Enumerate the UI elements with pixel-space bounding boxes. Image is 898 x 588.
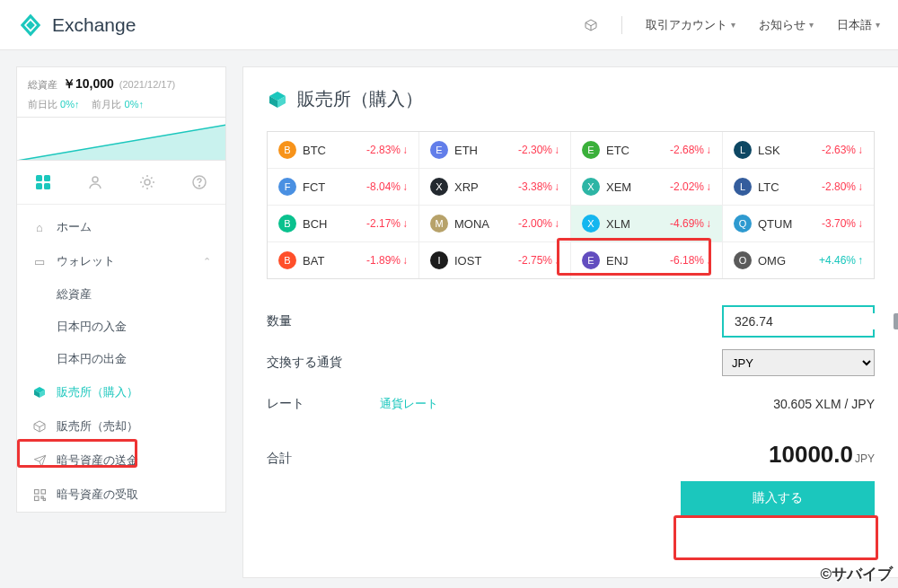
total-value: 10000.0 — [769, 441, 853, 469]
prev-day-label: 前日比 — [28, 99, 57, 110]
coin-icon: F — [278, 178, 296, 196]
coin-cell-enj[interactable]: EENJ-6.18% ↓ — [571, 242, 723, 278]
coin-cell-xrp[interactable]: XXRP-3.38% ↓ — [419, 169, 571, 206]
lang-label: 日本語 — [837, 17, 872, 33]
coin-cell-omg[interactable]: OOMG+4.46% ↑ — [723, 242, 874, 278]
coin-cell-mona[interactable]: MMONA-2.00% ↓ — [419, 206, 571, 242]
coin-cell-qtum[interactable]: QQTUM-3.70% ↓ — [723, 206, 874, 242]
coin-icon: M — [430, 215, 448, 233]
svg-rect-22 — [34, 496, 39, 501]
send-icon — [31, 454, 48, 468]
summary-date: (2021/12/17) — [119, 79, 175, 90]
chevron-up-icon: ⌃ — [203, 256, 211, 268]
header: Exchange 取引アカウント▾ お知らせ▾ 日本語▾ — [0, 0, 898, 50]
coin-pct: -3.38% ↓ — [518, 180, 559, 193]
summary-label: 総資産 — [28, 78, 57, 92]
svg-rect-8 — [44, 175, 50, 181]
tab-help[interactable] — [173, 161, 225, 204]
tab-settings[interactable] — [121, 161, 173, 204]
coin-pct: -1.89% ↓ — [366, 254, 408, 267]
notice-label: お知らせ — [759, 17, 806, 33]
sidebar-item-buy[interactable]: 販売所（購入） — [17, 375, 225, 409]
coin-cell-xlm[interactable]: XXLM-4.69% ↓ — [571, 206, 723, 242]
cube-icon[interactable] — [584, 18, 598, 32]
coin-cell-bat[interactable]: BBAT-1.89% ↓ — [268, 242, 419, 278]
coin-cell-eth[interactable]: EETH-2.30% ↓ — [419, 132, 571, 169]
svg-marker-18 — [34, 421, 45, 427]
sidebar: 総資産 ￥10,000 (2021/12/17) 前日比 0%↑ 前月比 0%↑ — [16, 66, 226, 578]
coin-cell-xem[interactable]: XXEM-2.02% ↓ — [571, 169, 723, 206]
coin-icon: X — [582, 215, 600, 233]
tab-user[interactable] — [69, 161, 121, 204]
coin-pct: -2.17% ↓ — [366, 217, 408, 230]
pair-select[interactable]: JPY — [722, 349, 875, 376]
watermark: ©サバイブ — [820, 564, 893, 584]
account-menu[interactable]: 取引アカウント▾ — [646, 17, 735, 33]
coin-icon: L — [734, 178, 752, 196]
coin-pct: -8.04% ↓ — [366, 180, 408, 193]
pair-label: 交換する通貨 — [267, 355, 374, 371]
coin-icon: E — [582, 251, 600, 269]
chevron-down-icon: ▾ — [731, 20, 735, 30]
coin-pct: -2.83% ↓ — [366, 144, 408, 156]
coin-cell-bch[interactable]: BBCH-2.17% ↓ — [268, 206, 419, 242]
qr-icon — [31, 488, 48, 502]
rate-link[interactable]: 通貨レート — [380, 396, 438, 412]
coin-symbol: FCT — [303, 180, 342, 194]
qty-unit-badge: XLM — [894, 313, 898, 329]
coin-icon: B — [278, 141, 296, 159]
coin-icon: E — [582, 141, 600, 159]
sidebar-item-home[interactable]: ⌂ ホーム — [17, 210, 225, 244]
coin-symbol: BAT — [303, 254, 342, 268]
coin-cell-btc[interactable]: BBTC-2.83% ↓ — [268, 132, 419, 169]
separator — [621, 16, 622, 34]
lang-menu[interactable]: 日本語▾ — [837, 17, 880, 33]
coin-cell-lsk[interactable]: LLSK-2.63% ↓ — [723, 132, 874, 169]
coin-cell-etc[interactable]: EETC-2.68% ↓ — [571, 132, 723, 169]
sidebar-item-recv-crypto[interactable]: 暗号資産の受取 — [17, 478, 225, 512]
coin-pct: +4.46% ↑ — [819, 254, 863, 267]
sidebar-item-sell[interactable]: 販売所（売却） — [17, 409, 225, 443]
sidebar-sub-withdraw-jpy[interactable]: 日本円の出金 — [17, 343, 225, 375]
header-right: 取引アカウント▾ お知らせ▾ 日本語▾ — [584, 16, 880, 34]
tab-apps[interactable] — [17, 161, 69, 204]
svg-point-14 — [199, 186, 200, 187]
qty-field[interactable]: XLM — [722, 305, 875, 338]
coin-icon: Q — [734, 215, 752, 233]
prev-month-label: 前月比 — [92, 99, 121, 110]
buy-button[interactable]: 購入する — [681, 481, 875, 515]
prev-month-pct: 0%↑ — [125, 99, 144, 110]
coin-cell-iost[interactable]: IIOST-2.75% ↓ — [419, 242, 571, 278]
coin-icon: X — [430, 178, 448, 196]
svg-rect-20 — [34, 489, 39, 494]
total-label: 合計 — [267, 451, 374, 467]
chevron-down-icon: ▾ — [876, 20, 880, 30]
coin-pct: -2.75% ↓ — [518, 254, 559, 267]
qty-label: 数量 — [267, 313, 374, 329]
coin-symbol: BTC — [303, 144, 342, 157]
help-icon — [191, 174, 207, 190]
qty-input[interactable] — [733, 313, 894, 329]
sidebar-sub-assets[interactable]: 総資産 — [17, 278, 225, 311]
rate-label: レート — [267, 396, 374, 412]
coin-symbol: BCH — [303, 217, 342, 231]
sidebar-item-wallet[interactable]: ▭ ウォレット ⌃ — [17, 244, 225, 278]
brand-name: Exchange — [52, 14, 136, 36]
coin-cell-ltc[interactable]: LLTC-2.80% ↓ — [723, 169, 874, 206]
account-label: 取引アカウント — [646, 17, 727, 33]
coin-icon: B — [278, 251, 296, 269]
summary-amount: ￥10,000 — [63, 76, 114, 92]
coin-pct: -2.63% ↓ — [822, 144, 863, 156]
notice-menu[interactable]: お知らせ▾ — [759, 17, 814, 33]
coin-cell-fct[interactable]: FFCT-8.04% ↓ — [268, 169, 419, 206]
gear-icon — [139, 174, 155, 190]
sidebar-sub-deposit-jpy[interactable]: 日本円の入金 — [17, 311, 225, 343]
cube-icon — [31, 385, 48, 399]
coin-symbol: MONA — [454, 217, 494, 231]
grid-icon — [35, 174, 51, 190]
coin-pct: -2.30% ↓ — [518, 144, 559, 156]
coin-grid: BBTC-2.83% ↓EETH-2.30% ↓EETC-2.68% ↓LLSK… — [267, 131, 875, 279]
coin-symbol: XRP — [454, 180, 494, 194]
sidebar-item-send-crypto[interactable]: 暗号資産の送金 — [17, 443, 225, 478]
sidebar-item-label: ホーム — [57, 219, 92, 235]
